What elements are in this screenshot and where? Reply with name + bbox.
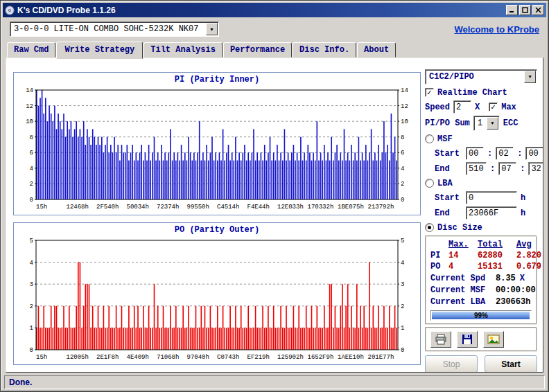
print-button[interactable] <box>430 331 451 348</box>
current-msf-value: 00:00:00 <box>496 285 536 295</box>
svg-text:2: 2 <box>401 181 404 188</box>
po-chart-title: PO (Parity Outer) <box>15 224 419 236</box>
lba-start-label: Start <box>435 193 462 203</box>
svg-text:15h: 15h <box>36 204 47 211</box>
toolbar: 3-0-0-0 LITE-ON COMBO SOHC-5232K NK07 ▼ … <box>3 17 546 41</box>
svg-text:1652F9h: 1652F9h <box>308 354 334 361</box>
svg-text:10: 10 <box>401 118 408 125</box>
save-button[interactable] <box>457 331 478 348</box>
lba-start-input[interactable] <box>466 191 517 204</box>
colon-separator: : <box>517 149 522 159</box>
chevron-down-icon[interactable]: ▼ <box>524 71 536 83</box>
tab-tilt-analysis[interactable]: Tilt Analysis <box>143 42 223 57</box>
svg-text:12E033h: 12E033h <box>277 204 304 211</box>
colon-separator: : <box>520 164 525 174</box>
svg-text:6: 6 <box>30 150 33 157</box>
lba-end-input[interactable] <box>466 206 517 220</box>
svg-text:2: 2 <box>30 181 33 188</box>
maximize-button[interactable] <box>519 5 531 15</box>
current-speed-unit: X <box>520 274 525 283</box>
lba-radio-label: LBA <box>437 179 453 188</box>
statistics-group: Max. Total Avg PI 14 62880 2.820 PO 4 15… <box>425 235 537 325</box>
svg-text:4E409h: 4E409h <box>127 354 149 361</box>
current-lba-value: 230663h <box>496 297 530 307</box>
stats-pi-label: PI <box>430 251 448 260</box>
svg-text:72374h: 72374h <box>157 204 179 211</box>
msf-start-input-1[interactable] <box>496 147 514 160</box>
speed-label: Speed <box>425 103 450 112</box>
svg-text:8: 8 <box>401 134 404 141</box>
svg-text:71068h: 71068h <box>157 354 179 361</box>
action-buttons: Stop Start <box>425 355 537 373</box>
svg-text:14: 14 <box>26 87 33 94</box>
stats-header-total: Total <box>478 240 516 249</box>
msf-end-input-0[interactable] <box>466 162 487 175</box>
tab-write-strategy[interactable]: Write Strategy <box>56 42 143 59</box>
po-chart: PO (Parity Outer) 00112233445515h12005h2… <box>13 222 421 366</box>
msf-radio[interactable] <box>425 134 434 143</box>
title-bar[interactable]: K's CD/DVD Probe 1.1.26 <box>3 3 546 17</box>
device-select[interactable]: 3-0-0-0 LITE-ON COMBO SOHC-5232K NK07 ▼ <box>10 21 219 37</box>
svg-text:EF219h: EF219h <box>247 354 270 361</box>
pipo-sum-label: PI/PO Sum <box>425 118 470 128</box>
current-speed-label: Current Spd <box>430 274 491 283</box>
svg-text:201E77h: 201E77h <box>368 354 394 361</box>
status-bar: Done. <box>4 375 545 389</box>
msf-start-label: Start <box>435 149 462 159</box>
svg-text:0: 0 <box>30 347 33 354</box>
stats-header-max: Max. <box>448 240 478 249</box>
stop-button[interactable]: Stop <box>425 355 478 373</box>
close-button[interactable] <box>532 5 544 15</box>
ecc-label: ECC <box>503 118 518 128</box>
window-title: K's CD/DVD Probe 1.1.26 <box>17 6 503 15</box>
progress-label: 99% <box>431 311 531 320</box>
svg-text:F4E44h: F4E44h <box>247 204 270 211</box>
msf-end-input-2[interactable] <box>528 162 543 175</box>
tab-raw-cmd[interactable]: Raw Cmd <box>7 42 55 57</box>
max-speed-label: Max <box>501 103 516 112</box>
lba-end-label: End <box>435 208 462 218</box>
speed-input[interactable] <box>453 100 471 114</box>
stats-po-max: 4 <box>448 262 478 271</box>
svg-text:14: 14 <box>401 87 408 94</box>
device-select-value: 3-0-0-0 LITE-ON COMBO SOHC-5232K NK07 <box>10 22 205 36</box>
export-image-button[interactable] <box>483 331 504 348</box>
control-panel: C1C2/PIPO ▼ ✓ Realtime Chart Speed X ✓ M… <box>425 69 537 366</box>
svg-text:C4514h: C4514h <box>217 204 239 211</box>
pipo-sum-select[interactable]: 1 ▼ <box>473 116 500 131</box>
chevron-down-icon[interactable]: ▼ <box>206 23 218 35</box>
svg-text:0: 0 <box>401 197 404 204</box>
realtime-chart-checkbox[interactable]: ✓ <box>425 88 434 97</box>
svg-text:5: 5 <box>401 238 404 244</box>
svg-text:4: 4 <box>401 259 404 266</box>
pi-chart-plot: 002244668810101212141415h12468h2F540h500… <box>17 86 417 213</box>
chevron-down-icon[interactable]: ▼ <box>487 117 498 130</box>
svg-text:4: 4 <box>30 259 33 266</box>
svg-text:0: 0 <box>30 197 33 204</box>
lba-radio[interactable] <box>425 179 434 188</box>
svg-text:12005h: 12005h <box>67 354 89 361</box>
svg-text:2F540h: 2F540h <box>96 204 119 211</box>
tab-disc-info[interactable]: Disc Info. <box>293 42 356 57</box>
msf-start-input-2[interactable] <box>525 147 543 160</box>
app-window: K's CD/DVD Probe 1.1.26 3-0-0-0 LITE-ON … <box>0 0 549 392</box>
msf-end-input-1[interactable] <box>498 162 516 175</box>
stats-pi-max: 14 <box>448 251 478 260</box>
tab-about[interactable]: About <box>357 42 396 57</box>
image-icon <box>487 335 500 344</box>
svg-text:12468h: 12468h <box>67 204 89 211</box>
app-icon <box>5 6 15 15</box>
disc-size-radio[interactable] <box>425 223 434 232</box>
svg-text:6: 6 <box>401 150 404 157</box>
minimize-button[interactable] <box>506 5 518 15</box>
welcome-link[interactable]: Welcome to KProbe <box>454 24 539 35</box>
pi-chart: PI (Parity Inner) 0022446688101012121414… <box>13 72 421 215</box>
svg-text:2: 2 <box>401 303 404 310</box>
floppy-disk-icon <box>462 334 473 345</box>
msf-start-input-0[interactable] <box>466 147 484 160</box>
start-button[interactable]: Start <box>485 355 537 373</box>
max-speed-checkbox[interactable]: ✓ <box>489 103 498 112</box>
tab-performance[interactable]: Performance <box>223 42 292 57</box>
svg-text:1: 1 <box>30 325 33 332</box>
chart-mode-select[interactable]: C1C2/PIPO ▼ <box>425 69 537 84</box>
